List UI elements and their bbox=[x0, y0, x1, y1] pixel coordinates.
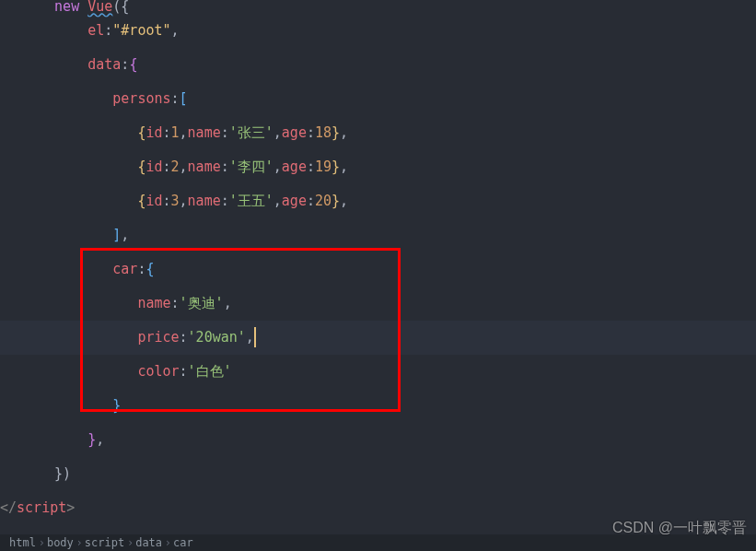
code-line[interactable]: {id:1,name:'张三',age:18}, bbox=[29, 116, 756, 150]
code-line[interactable]: {id:3,name:'王五',age:20}, bbox=[29, 184, 756, 218]
breadcrumb-item[interactable]: script bbox=[79, 536, 130, 549]
breadcrumb-item[interactable]: body bbox=[41, 536, 79, 549]
breadcrumb-item[interactable]: data bbox=[130, 536, 168, 549]
gutter: 💡 bbox=[0, 0, 29, 534]
code-line[interactable]: ], bbox=[29, 218, 756, 252]
text-cursor bbox=[254, 327, 256, 347]
code-line[interactable]: }, bbox=[29, 423, 756, 457]
code-line[interactable]: color:'白色' bbox=[29, 355, 756, 389]
code-area[interactable]: new Vue({ el:"#root", data:{ persons:[ {… bbox=[29, 0, 756, 534]
code-line[interactable]: {id:2,name:'李四',age:19}, bbox=[29, 150, 756, 184]
breadcrumb-item[interactable]: html bbox=[4, 536, 41, 549]
code-line[interactable]: name:'奥迪', bbox=[29, 287, 756, 321]
watermark-text: CSDN @一叶飘零晋 bbox=[612, 519, 747, 538]
code-line[interactable]: el:"#root", bbox=[29, 14, 756, 48]
code-editor[interactable]: 💡 new Vue({ el:"#root", data:{ persons:[… bbox=[0, 0, 756, 534]
breadcrumb-item[interactable]: car bbox=[168, 536, 199, 549]
code-line[interactable]: new Vue({ bbox=[29, 0, 756, 14]
code-line[interactable]: persons:[ bbox=[29, 82, 756, 116]
code-line[interactable]: } bbox=[29, 389, 756, 423]
code-line[interactable]: }) bbox=[29, 457, 756, 491]
code-line[interactable]: price:'20wan', bbox=[0, 321, 756, 355]
code-line[interactable]: data:{ bbox=[29, 48, 756, 82]
code-line[interactable]: car:{ bbox=[29, 252, 756, 287]
